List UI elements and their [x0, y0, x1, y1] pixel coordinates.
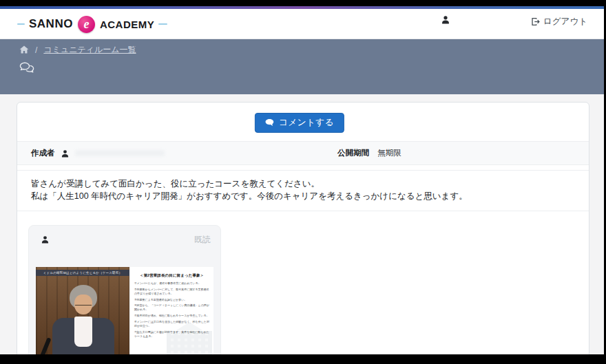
app-header: SANNO e ACADEMY ログアウト: [0, 9, 604, 39]
breadcrumb-separator: /: [35, 45, 37, 55]
topic-message: 皆さんが受講してみて面白かった、役に立ったコースを教えてください。 私は「人生1…: [17, 170, 589, 211]
logo-decor-line-right: [158, 23, 167, 25]
page-background: コメントする 作成者 公開期間 無期限 皆さんが受講してみて面白かった、役に立っ…: [0, 94, 604, 364]
comment-card[interactable]: 既読 ミドルの暗黙知はどのように生じるか（ケース研究）: [28, 225, 221, 364]
microphone-shape: [38, 337, 51, 356]
breadcrumb-link-community-rooms[interactable]: コミュニティルーム一覧: [43, 44, 136, 56]
comment-card-header: 既読: [36, 233, 213, 246]
author-person-icon: [61, 149, 70, 158]
hero-band: / コミュニティルーム一覧: [0, 39, 604, 94]
logout-label: ログアウト: [543, 16, 587, 28]
slide-preview: ＜第2営業課長の目に留まった事象＞ ①メンバーたちが、連絡や事務作業に追われてい…: [129, 267, 213, 356]
speaker-shirt-shape: [74, 317, 92, 347]
logo-e-badge: e: [78, 16, 95, 33]
logo-e-letter: e: [83, 17, 89, 32]
slide-bullet-list: ①メンバーたちが、連絡や事務作業に追われている。 ②先輩長からメンバーに対して、…: [134, 281, 209, 339]
letterbox-top: [0, 0, 606, 6]
app-window: SANNO e ACADEMY ログアウト / コミュニティルーム一覧: [0, 0, 606, 364]
slide-bullet: ⑥メンバーには大口先を担当した経験がなく、的を外した対応が目立つ。: [134, 320, 209, 328]
author-meta: 作成者: [17, 148, 303, 158]
logout-icon: [531, 17, 540, 26]
breadcrumb: / コミュニティルーム一覧: [19, 44, 136, 56]
comment-button-label: コメントする: [279, 116, 334, 129]
user-icon[interactable]: [441, 15, 450, 26]
slide-title: ＜第2営業課長の目に留まった事象＞: [134, 273, 209, 278]
logout-button[interactable]: ログアウト: [531, 16, 587, 28]
video-title-banner: ミドルの暗黙知はどのように生じるか（ケース研究）: [36, 270, 129, 276]
slide-bullet: ②先輩長からメンバーに対して、取引案件に関する業務連絡の手戻りが繰り返されている…: [134, 288, 209, 296]
comments-area: 既読 ミドルの暗黙知はどのように生じるか（ケース研究）: [17, 211, 589, 364]
author-name-redacted: [75, 150, 165, 156]
slide-bullet: ①メンバーたちが、連絡や事務作業に追われている。: [134, 281, 209, 286]
topic-message-line1: 皆さんが受講してみて面白かった、役に立ったコースを教えてください。: [31, 178, 575, 190]
meta-row: 作成者 公開期間 無期限: [17, 141, 589, 165]
comment-button[interactable]: コメントする: [255, 113, 344, 133]
period-value: 無期限: [377, 148, 401, 158]
slide-bullet: ④経営から、「コーディネートしにくい商品構成」との声が聞かれる。: [134, 303, 209, 312]
author-label: 作成者: [31, 148, 55, 158]
comments-icon: [19, 62, 34, 74]
letterbox-bottom: [0, 354, 606, 364]
slide-bullet: ③先輩長による定期連絡会議などが多い。: [134, 298, 209, 302]
commenter-person-icon: [41, 235, 50, 244]
video-still: ミドルの暗黙知はどのように生じるか（ケース研究）: [36, 267, 129, 356]
course-thumbnail[interactable]: ミドルの暗黙知はどのように生じるか（ケース研究） ＜第2営業課長の目に留まった事…: [36, 267, 213, 356]
topic-card: コメントする 作成者 公開期間 無期限 皆さんが受講してみて面白かった、役に立っ…: [17, 102, 589, 364]
read-status-badge: 既読: [194, 234, 211, 246]
slide-bullet: ⑦急な大口要請に工場が対応できず、案件を他社に取られたケースもある。: [134, 330, 209, 339]
comment-action-row: コメントする: [17, 103, 589, 141]
speaker-glasses-shape: [75, 303, 92, 306]
topic-message-line2: 私は「人生100 年時代のキャリア開発」がおすすめです。今後のキャリアを考えるき…: [31, 190, 575, 202]
brand-logo[interactable]: SANNO e ACADEMY: [17, 14, 167, 34]
home-icon[interactable]: [19, 45, 29, 54]
comment-bubble-icon: [265, 118, 274, 127]
period-meta: 公開期間 無期限: [303, 148, 589, 158]
logo-text-sanno: SANNO: [29, 17, 73, 31]
period-label: 公開期間: [337, 148, 369, 158]
logo-decor-line-left: [17, 23, 25, 25]
logo-text-academy: ACADEMY: [100, 19, 154, 30]
slide-bullet: ⑤案件対応が遅れ、他社に取られるケースが発生している。: [134, 314, 209, 318]
